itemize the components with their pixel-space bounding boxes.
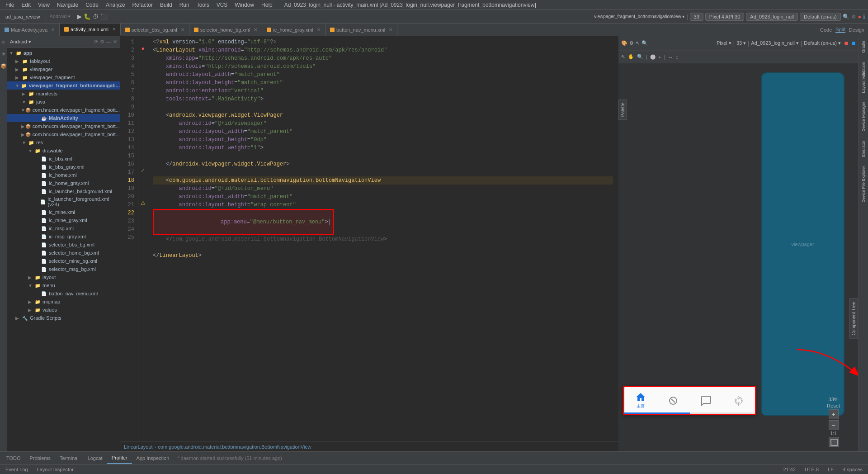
tab-ic-home-gray-close[interactable]: ✕	[317, 27, 321, 32]
tree-app[interactable]: ▼ 📁 app	[7, 49, 120, 57]
breadcrumb-linear[interactable]: LinearLayout	[124, 444, 153, 450]
menu-view[interactable]: View	[34, 1, 53, 9]
tab-profiler[interactable]: Profiler	[107, 452, 132, 464]
tree-ic-launcher-bg[interactable]: 📄ic_launcher_background.xml	[7, 187, 120, 195]
locale-btn[interactable]: Default (en-us)	[800, 13, 841, 21]
move-tool[interactable]: ↖	[636, 40, 640, 46]
tree-tablayout[interactable]: ▶ 📁 tablayout	[7, 57, 120, 65]
status-event-log[interactable]: Event Log	[4, 467, 30, 472]
tree-ic-home[interactable]: 📄ic_home.xml	[7, 171, 120, 179]
tab-button-nav[interactable]: button_nav_menu.xml ✕	[326, 24, 397, 36]
ratio-btn[interactable]: 1:1	[830, 431, 837, 436]
tab-mainactivity-close[interactable]: ✕	[51, 27, 55, 32]
fit-screen-icon[interactable]	[829, 437, 839, 447]
layout-validation-tab[interactable]: Layout Validation	[860, 59, 867, 95]
project-gear-icon[interactable]: ⚙	[100, 39, 104, 45]
zoom-in-tool[interactable]: 🔍	[642, 40, 648, 46]
info-icon[interactable]: ℹ	[863, 14, 865, 20]
project-selector[interactable]: Android ▾	[10, 39, 31, 45]
tree-pkg1[interactable]: ▼ 📦 com.hnucm.viewpager_fragment_bott...	[7, 106, 120, 114]
tab-ic-home-gray[interactable]: ic_home_gray.xml ✕	[262, 24, 325, 36]
tree-pkg3[interactable]: ▶ 📦 com.hnucm.viewpager_fragment_bott...	[7, 130, 120, 138]
status-lf[interactable]: LF	[826, 467, 835, 472]
palette-toggle[interactable]: 🎨	[621, 40, 627, 46]
resource-icon[interactable]: 📦	[0, 62, 8, 71]
menu-window[interactable]: Window	[231, 1, 258, 9]
menu-refactor[interactable]: Refactor	[129, 1, 156, 9]
stop-icon[interactable]: ⬛	[100, 13, 108, 20]
tree-sel-home[interactable]: 📄selector_home_bg.xml	[7, 249, 120, 257]
tree-ic-msg[interactable]: 📄ic_msg.xml	[7, 224, 120, 232]
tree-ic-home-gray[interactable]: 📄ic_home_gray.xml	[7, 179, 120, 187]
menu-help[interactable]: Help	[258, 1, 276, 9]
status-indent[interactable]: 4 spaces	[841, 467, 864, 472]
view-code-tab[interactable]: Code	[820, 27, 832, 33]
tree-ic-mine-gray[interactable]: 📄ic_mine_gray.xml	[7, 216, 120, 224]
align-left[interactable]: ⬤	[650, 54, 656, 60]
device-btn[interactable]: Pixel 4 API 30	[705, 13, 745, 21]
breadcrumb-bottom-nav[interactable]: com.google.android.material.bottomnaviga…	[158, 444, 311, 450]
attr-toggle[interactable]: ⚙	[629, 40, 634, 46]
tree-viewpager[interactable]: ▶ 📁 viewpager	[7, 65, 120, 73]
tab-activity-main[interactable]: activity_main.xml ✕	[60, 24, 121, 36]
reset-btn[interactable]: Reset	[827, 403, 840, 408]
tab-selector-home-close[interactable]: ✕	[254, 27, 257, 32]
component-tree-tab[interactable]: Component Tree	[849, 299, 858, 339]
select-mode[interactable]: ↖	[621, 54, 625, 60]
tree-ic-bbs[interactable]: 📄ic_bbs.xml	[7, 155, 120, 163]
constraint-v[interactable]: ↕	[676, 54, 679, 60]
menu-navigate[interactable]: Navigate	[53, 1, 82, 9]
profile-icon[interactable]: ⏱	[93, 13, 99, 20]
project-dropdown[interactable]: ad_java_review	[3, 13, 42, 20]
tree-sel-msg[interactable]: 📄selector_msg_bg.xml	[7, 265, 120, 273]
tab-logcat[interactable]: Logcat	[83, 452, 107, 464]
sync-icon[interactable]: ●	[858, 14, 861, 20]
tree-ic-launcher-fg[interactable]: 📄ic_launcher_foreground.xml (v24)	[7, 195, 120, 208]
tree-sel-bbs[interactable]: 📄selector_bbs_bg.xml	[7, 241, 120, 249]
tree-pkg2[interactable]: ▶ 📦 com.hnucm.viewpager_fragment_bott...	[7, 122, 120, 130]
menu-run[interactable]: Run	[176, 1, 193, 9]
tree-layout[interactable]: ▶ 📁 layout	[7, 273, 120, 281]
api-selector[interactable]: 33	[690, 13, 703, 21]
menu-vcs[interactable]: VCS	[213, 1, 231, 9]
view-design-tab[interactable]: Design	[849, 27, 864, 33]
tree-gradle-scripts[interactable]: ▶ 🔧 Gradle Scripts	[7, 314, 120, 322]
project-close-icon[interactable]: ✕	[113, 39, 117, 45]
zoom-plus-btn[interactable]: +	[829, 409, 839, 419]
tab-todo[interactable]: TODO	[2, 452, 25, 464]
project-collapse-icon[interactable]: —	[106, 39, 111, 45]
status-layout-inspector[interactable]: Layout Inspector	[35, 467, 75, 472]
tab-activity-main-close[interactable]: ✕	[112, 27, 116, 32]
tree-manifests[interactable]: ▶ 📁 manifests	[7, 90, 120, 98]
menu-file[interactable]: File	[2, 1, 18, 9]
tree-btn-nav-menu[interactable]: 📄button_nav_menu.xml	[7, 289, 120, 298]
tab-problems[interactable]: Problems	[25, 452, 55, 464]
tree-ic-msg-gray[interactable]: 📄ic_msg_gray.xml	[7, 232, 120, 241]
config-btn[interactable]: Ad_0923_login_null	[746, 13, 798, 21]
tab-selector-bbs[interactable]: selector_bbs_bg.xml ✕	[121, 24, 189, 36]
menu-code[interactable]: Code	[82, 1, 102, 9]
structure-icon[interactable]: ≡	[0, 38, 6, 46]
menu-build[interactable]: Build	[156, 1, 176, 9]
project-sync-icon[interactable]: ⟳	[94, 39, 98, 45]
device-file-explorer-tab[interactable]: Device File Explorer	[860, 163, 867, 205]
tree-sel-mine[interactable]: 📄selector_mine_bg.xml	[7, 257, 120, 265]
view-split-tab[interactable]: Split	[835, 27, 845, 33]
center-h[interactable]: +	[658, 54, 661, 60]
device-selector[interactable]: viewpager_fragment_bottomnavigationview …	[594, 14, 684, 19]
device-manager-tab[interactable]: Device Manager	[860, 99, 867, 134]
tab-terminal[interactable]: Terminal	[55, 452, 83, 464]
emulator-tab[interactable]: Emulator	[860, 138, 867, 160]
tree-vf-bottom[interactable]: ▼ 📁 viewpager_fragment_bottomnavigati...	[7, 81, 120, 90]
tree-ic-bbs-gray[interactable]: 📄ic_bbs_gray.xml	[7, 163, 120, 171]
run-icon[interactable]: ▶	[77, 13, 82, 20]
menu-analyze[interactable]: Analyze	[102, 1, 129, 9]
menu-tools[interactable]: Tools	[193, 1, 213, 9]
debug-icon[interactable]: 🐛	[84, 13, 91, 20]
zoom-mode[interactable]: 🔍	[637, 54, 643, 60]
favorites-icon[interactable]: ★	[0, 50, 7, 58]
tree-java[interactable]: ▼ 📁 java	[7, 98, 120, 106]
search-icon[interactable]: 🔍	[843, 14, 849, 20]
gradle-tab[interactable]: Gradle	[860, 38, 867, 56]
status-encoding[interactable]: UTF-8	[803, 467, 821, 472]
